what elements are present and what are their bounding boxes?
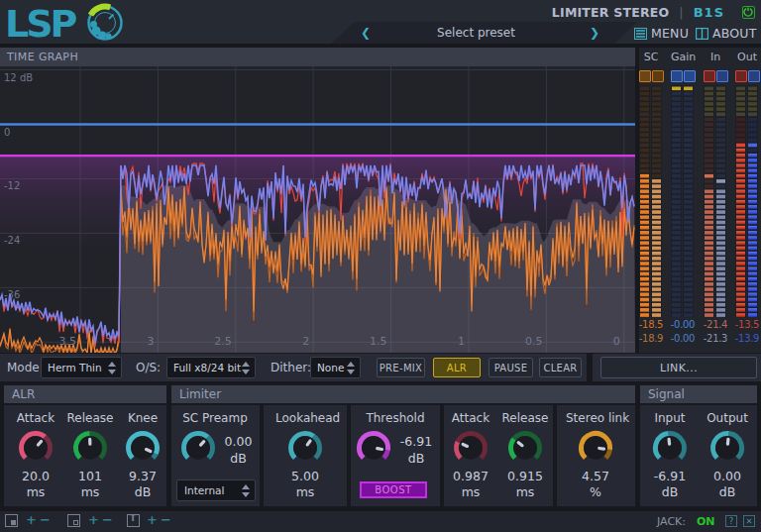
knob-value: 0.987: [441, 469, 500, 483]
meter-column-sc: SC-18.5-18.9: [639, 48, 663, 353]
meter-button-in-2[interactable]: [716, 70, 728, 82]
time-graph-plot[interactable]: 12 dB0-12-24-363.532.521.510.50: [0, 66, 635, 353]
knob-unit-suffix: dB: [113, 484, 172, 499]
dock-fill-icon[interactable]: [5, 514, 18, 527]
about-button[interactable]: ABOUT: [696, 26, 757, 41]
y-axis-tick: 0: [4, 127, 10, 138]
preset-bar[interactable]: ❮ Select preset ❯: [331, 22, 637, 44]
knob-label: Attack: [441, 411, 500, 425]
zoom-in-button-3[interactable]: +: [147, 512, 158, 527]
knob-value: 20.0: [6, 469, 65, 483]
meter-label-out: Out: [735, 51, 759, 63]
meter-button-out-2[interactable]: [748, 70, 760, 82]
meter-button-gain-1[interactable]: [671, 70, 683, 82]
panel-header-limiter: Limiter: [171, 385, 635, 403]
meter-bar-sc-1[interactable]: [639, 85, 650, 317]
zoom-in-button-2[interactable]: +: [88, 512, 99, 527]
help-icon[interactable]: ?: [725, 515, 737, 527]
preset-label[interactable]: Select preset: [331, 26, 621, 40]
knob-output[interactable]: [708, 429, 746, 471]
oversampling-combo[interactable]: Full x8/24 bit: [166, 357, 256, 378]
x-axis-tick: 3.5: [59, 335, 77, 348]
knob-unit-suffix: dB: [698, 484, 757, 499]
knob-unit-suffix: dB: [209, 451, 269, 466]
knob-input[interactable]: [651, 429, 689, 471]
pause-button[interactable]: PAUSE: [489, 358, 533, 377]
x-axis-tick: 2: [302, 335, 309, 348]
power-icon[interactable]: [742, 6, 755, 19]
title-separator: |: [679, 5, 683, 20]
knob-label: Lookahead: [275, 411, 335, 425]
mode-spinner-icon[interactable]: [108, 362, 117, 374]
meter-button-sc-1[interactable]: [639, 70, 651, 82]
knob-release[interactable]: [71, 429, 109, 471]
preset-next-icon[interactable]: ❯: [590, 26, 599, 40]
panel-title: Limiter: [179, 387, 221, 401]
knob-unit-suffix: ms: [441, 484, 500, 499]
zoom-in-button-1[interactable]: +: [26, 512, 37, 527]
sidechain-source-spinner-icon[interactable]: [242, 484, 251, 497]
sidechain-source-combo[interactable]: Internal: [176, 479, 256, 501]
knob-value: -6.91: [386, 434, 446, 449]
zoom-out-button-1[interactable]: −: [40, 512, 51, 527]
meter-bar-gain-2[interactable]: [683, 85, 694, 317]
dock-hollow-icon[interactable]: [67, 514, 80, 527]
meter-value-in-2: -21.3: [699, 333, 732, 344]
meter-bar-sc-2[interactable]: [651, 85, 662, 317]
knob-knee[interactable]: [124, 429, 162, 471]
plugin-badge: B1S: [694, 5, 724, 20]
dither-spinner-icon[interactable]: [347, 362, 356, 374]
alr-button[interactable]: ALR: [433, 358, 481, 377]
zoom-out-button-3[interactable]: −: [161, 512, 171, 527]
meter-bar-in-1[interactable]: [704, 85, 714, 317]
panel-cell: Attack20.0msRelease101msKnee9.37dB: [4, 405, 166, 506]
premix-button[interactable]: PRE-MIX: [377, 358, 425, 377]
knob-value: 101: [60, 469, 120, 483]
knob-label: Knee: [113, 411, 172, 425]
meter-button-out-1[interactable]: [735, 70, 747, 82]
meter-label-gain: Gain: [671, 51, 695, 63]
threshold-line[interactable]: [0, 155, 635, 157]
meter-bar-gain-1[interactable]: [671, 85, 682, 317]
knob-stereo-link[interactable]: [577, 429, 614, 471]
oversampling-spinner-icon[interactable]: [242, 362, 251, 374]
debug-icon[interactable]: ✕: [743, 515, 755, 527]
knob-label: Attack: [6, 411, 65, 425]
lsp-logo-icon: LSP: [7, 3, 126, 43]
knob-label: Stereo link: [566, 411, 625, 425]
meter-button-sc-2[interactable]: [652, 70, 664, 82]
y-axis-tick: 12 dB: [4, 72, 33, 83]
link-button[interactable]: LINK...: [600, 357, 757, 378]
panel-cell: Attack0.987msRelease0.915ms: [444, 405, 553, 506]
meter-label-sc: SC: [639, 51, 663, 63]
meter-value-out-2: -13.9: [730, 333, 761, 344]
knob-label: Threshold: [351, 411, 440, 425]
clear-button[interactable]: CLEAR: [539, 358, 582, 377]
meter-bar-out-2[interactable]: [747, 85, 758, 317]
knob-attack[interactable]: [452, 429, 489, 471]
panel-cell: Lookahead5.00ms: [264, 405, 347, 506]
knob-value: 4.57: [566, 469, 625, 483]
boost-button[interactable]: BOOST: [360, 481, 427, 498]
dither-combo[interactable]: None: [310, 357, 361, 378]
mode-combo[interactable]: Herm Thin: [41, 357, 122, 378]
menu-button[interactable]: MENU: [634, 26, 689, 41]
x-axis-tick: 0.5: [525, 335, 543, 348]
knob-attack[interactable]: [17, 429, 54, 471]
zero-db-line: [0, 123, 635, 125]
meter-button-gain-2[interactable]: [684, 70, 696, 82]
meter-column-out: Out-13.5-13.9: [735, 48, 759, 353]
meter-bar-out-1[interactable]: [735, 85, 746, 317]
title-row: LIMITER STEREO | B1S: [552, 4, 755, 20]
panel-cell: Threshold-6.91dBBOOST: [351, 405, 440, 506]
time-graph-widget: TIME GRAPH 12 dB0-12-24-363.532.521.510.…: [0, 48, 635, 353]
knob-release[interactable]: [506, 429, 544, 471]
meter-button-in-1[interactable]: [704, 70, 715, 82]
meter-bar-in-2[interactable]: [715, 85, 726, 317]
plugin-title: LIMITER STEREO: [552, 5, 669, 20]
zoom-out-button-2[interactable]: −: [102, 512, 113, 527]
knob-lookahead[interactable]: [286, 429, 324, 471]
meter-value-sc-1: -18.5: [634, 319, 668, 330]
time-graph-title: TIME GRAPH: [7, 51, 78, 63]
text-zoom-icon[interactable]: T: [127, 514, 140, 527]
